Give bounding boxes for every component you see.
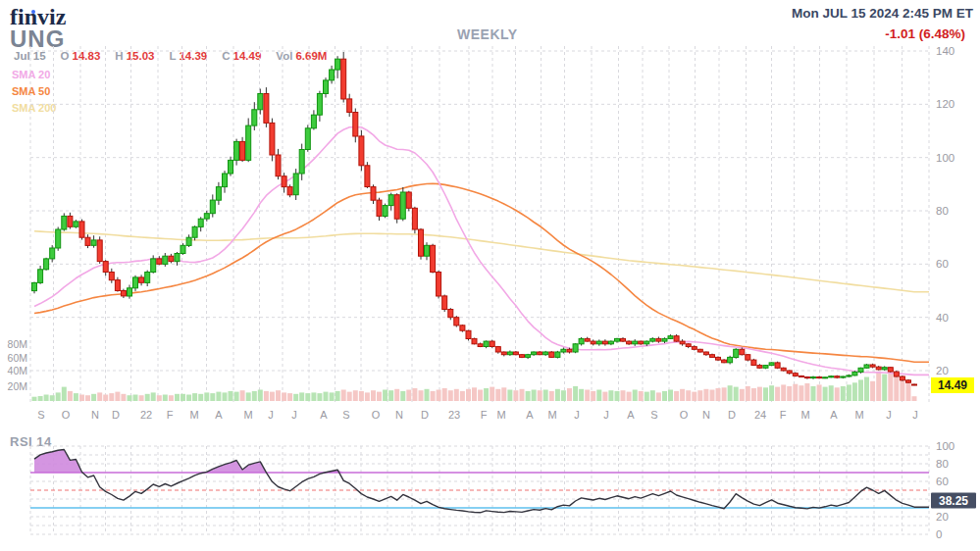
candle-down [591,341,595,344]
candle-up [841,376,846,377]
volume-axis-label: 60M [8,352,27,364]
candle-down [431,245,436,272]
volume-bar [520,389,525,401]
volume-bar [703,389,708,401]
candle-up [543,352,548,355]
candle-up [858,368,863,372]
volume-bar [282,392,286,401]
time-axis-label: A [215,409,223,421]
candle-down [900,376,904,380]
volume-bar [324,392,329,401]
volume-bar [906,381,911,401]
volume-bar [264,391,269,401]
candle-up [44,259,49,270]
volume-bar [894,373,899,401]
volume-bar [555,389,560,401]
last-price-badge: 14.49 [931,377,974,393]
candle-down [115,280,120,291]
candle-up [608,341,613,344]
volume-bar [472,387,477,401]
volume-bar [490,387,494,401]
volume-bar [900,378,904,401]
candle-down [276,155,281,176]
volume-bar [526,391,531,401]
volume-bar [591,391,595,401]
candle-up [91,240,96,245]
time-axis-label: J [603,409,609,421]
candle-down [264,94,269,124]
candle-down [169,256,174,261]
volume-bar [85,395,90,401]
volume-bar [437,390,441,402]
time-axis-label: 24 [754,409,766,421]
volume-bar [513,390,518,401]
volume-bar [431,391,436,401]
time-axis-label: O [62,409,71,421]
volume-bar [38,396,43,401]
candle-down [495,347,500,352]
candle-down [365,166,370,187]
volume-bar [697,390,702,401]
candle-up [852,372,857,376]
candle-up [246,125,251,160]
candle-down [799,376,803,376]
volume-bar [79,395,84,402]
candle-up [650,338,655,341]
volume-bar [246,392,251,401]
candle-down [282,176,286,187]
candle-down [817,377,822,378]
price-axis-label: 120 [936,98,954,110]
candle-down [627,341,632,344]
volume-bar [204,392,209,401]
candle-up [425,245,430,256]
candle-down [602,341,607,344]
candle-up [507,352,512,355]
time-axis-label: S [650,409,657,421]
volume-bar [347,392,352,401]
candle-down [520,355,525,358]
candle-down [359,136,364,166]
candle-down [585,338,590,341]
candle-up [324,80,329,94]
volume-bar [258,390,263,402]
time-axis-label: F [481,409,488,421]
time-axis-label: N [702,409,710,421]
price-axis-label: 140 [936,45,954,57]
volume-bar [835,387,840,401]
candle-down [835,376,840,377]
rsi-axis-label: 60 [936,476,949,487]
candle-up [56,229,61,248]
volume-bar [507,390,512,402]
volume-bar [163,395,168,402]
candle-down [751,360,756,365]
volume-bar [210,393,215,401]
candle-down [686,344,691,347]
candle-down [722,360,727,363]
volume-bar [175,394,180,401]
volume-bar [757,387,762,401]
volume-bar [751,388,756,401]
volume-bar [240,390,245,401]
price-axis-label: 80 [936,205,949,217]
candle-up [252,110,257,125]
volume-bar [847,384,851,401]
candle-down [478,344,483,347]
volume-bar [823,387,828,401]
candle-up [769,363,774,366]
volume-bar [662,391,667,401]
candle-down [549,352,554,357]
rsi-axis-label: 80 [936,458,949,470]
volume-bar [728,385,733,401]
candlesticks [32,52,917,385]
time-axis-label: J [268,409,274,421]
volume-bar [775,387,780,401]
candle-up [400,192,405,219]
candle-down [697,349,702,352]
volume-bar [121,394,126,401]
candle-down [103,262,108,273]
time-axis-label: M [547,409,556,421]
candle-up [192,226,197,237]
volume-bar [769,385,774,401]
volume-bar [341,390,346,402]
candle-up [388,195,393,206]
